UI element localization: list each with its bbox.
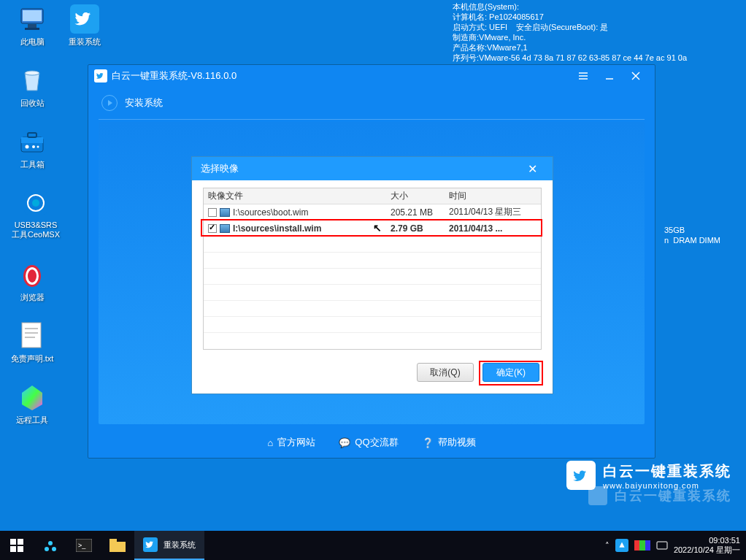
svg-rect-1: [23, 10, 42, 21]
icon-label: 浏览器: [9, 292, 55, 303]
clock-time: 09:03:51: [674, 536, 740, 545]
clock-date: 2022/10/24 星期一: [674, 545, 740, 555]
svg-rect-2: [28, 24, 36, 28]
cancel-button[interactable]: 取消(Q): [417, 363, 474, 382]
dialog-close-button[interactable]: ✕: [520, 157, 544, 180]
file-icon: [220, 208, 230, 217]
desktop-icon-browser[interactable]: 浏览器: [9, 260, 55, 303]
desktop-icon-usb3[interactable]: USB3&SRS 工具CeoMSX: [9, 188, 63, 240]
footer-help-link[interactable]: ❔ 帮助视频: [422, 436, 476, 449]
svg-point-10: [32, 145, 35, 148]
desktop-icon-reinstall[interactable]: 重装系统: [61, 4, 108, 47]
file-time: 2011/04/13 星期三: [449, 206, 541, 218]
svg-rect-45: [639, 540, 645, 551]
system-info-text: 本机信息(System): 计算机名: Pe1024085617 启动方式: U…: [453, 1, 687, 63]
usb3-icon: [21, 188, 50, 218]
remote-icon: [18, 383, 47, 412]
window-title: 白云一键重装系统-V8.116.0.0: [112, 69, 237, 83]
svg-point-9: [26, 145, 29, 149]
icon-label: 回收站: [9, 98, 55, 109]
taskbar: >_ 重装系统 ˄ 09:03:51 2022/10/24 星期一: [0, 531, 746, 560]
desktop-icon-remote[interactable]: 远程工具: [9, 383, 55, 426]
svg-rect-31: [10, 539, 16, 545]
ok-button[interactable]: 确定(K): [482, 363, 539, 382]
brand-ghost-text: 白云一键重装系统: [615, 487, 731, 505]
checkbox[interactable]: [208, 208, 217, 217]
brand-ghost: 白云一键重装系统: [588, 486, 731, 505]
header-time[interactable]: 时间: [449, 190, 541, 202]
checkbox[interactable]: [208, 224, 217, 233]
svg-rect-7: [21, 137, 43, 143]
icon-label: USB3&SRS 工具CeoMSX: [9, 220, 63, 240]
tray-app-icon[interactable]: [615, 539, 628, 552]
empty-row: [204, 301, 541, 317]
svg-rect-44: [634, 540, 639, 551]
file-path: I:\sources\install.wim: [233, 223, 321, 234]
svg-text:>_: >_: [78, 542, 86, 549]
footer-link-label: 帮助视频: [438, 436, 476, 449]
footer-qq-link[interactable]: 💬 QQ交流群: [339, 436, 398, 449]
browser-icon: [18, 260, 47, 289]
txt-icon: [18, 321, 47, 350]
icon-label: 重装系统: [61, 37, 108, 47]
brand-watermark: 白云一键重装系统 www.baiyunxitong.com: [566, 461, 731, 490]
dialog-titlebar[interactable]: 选择映像 ✕: [192, 157, 553, 180]
close-button[interactable]: [623, 67, 649, 85]
menu-button[interactable]: [570, 67, 596, 85]
empty-row: [204, 269, 541, 285]
minimize-button[interactable]: [596, 67, 623, 85]
svg-rect-30: [588, 486, 607, 505]
tray-lang-icon[interactable]: [634, 540, 650, 551]
taskbar-clock[interactable]: 09:03:51 2022/10/24 星期一: [674, 536, 740, 555]
icon-label: 免责声明.txt: [9, 353, 55, 364]
empty-row: [204, 237, 541, 253]
play-circle-icon: [101, 95, 118, 111]
svg-point-37: [52, 547, 56, 551]
tray-up-icon[interactable]: ˄: [605, 541, 610, 551]
desktop-icon-recycle[interactable]: 回收站: [9, 66, 55, 109]
svg-rect-32: [18, 539, 23, 545]
subheader: 安装系统: [88, 87, 655, 119]
dialog-body: 映像文件 大小 时间 I:\sources\boot.wim 205.21 MB…: [192, 180, 553, 353]
taskbar-running-app[interactable]: 重装系统: [134, 531, 204, 560]
svg-point-17: [28, 269, 36, 283]
svg-point-35: [45, 547, 49, 551]
brand-icon: [566, 461, 596, 490]
file-icon: [220, 224, 230, 233]
dialog-title-text: 选择映像: [201, 162, 239, 175]
table-row[interactable]: I:\sources\install.wim 2.79 GB 2011/04/1…: [204, 220, 541, 237]
footer-link-label: QQ交流群: [355, 436, 398, 449]
titlebar[interactable]: 白云一键重装系统-V8.116.0.0: [88, 65, 655, 87]
app-logo-icon: [94, 69, 107, 83]
divider: [99, 119, 645, 120]
desktop-icon-toolbox[interactable]: 工具箱: [9, 127, 55, 170]
tray-keyboard-icon[interactable]: [656, 540, 668, 551]
taskbar-app-label: 重装系统: [164, 540, 196, 551]
desktop-icon-this-pc[interactable]: 此电脑: [9, 4, 55, 47]
icon-label: 此电脑: [9, 37, 55, 47]
header-file[interactable]: 映像文件: [204, 190, 391, 202]
brand-ghost-icon: [588, 486, 607, 505]
header-size[interactable]: 大小: [391, 190, 449, 202]
select-image-dialog: 选择映像 ✕ 映像文件 大小 时间 I:\sources\boot.wim 20…: [191, 156, 553, 394]
subheader-title: 安装系统: [125, 96, 163, 110]
taskbar-terminal-icon[interactable]: >_: [67, 531, 101, 560]
svg-point-11: [37, 146, 39, 148]
table-row[interactable]: I:\sources\boot.wim 205.21 MB 2011/04/13…: [204, 204, 541, 220]
svg-point-36: [48, 541, 53, 545]
icon-label: 远程工具: [9, 415, 55, 426]
taskbar-explorer-icon[interactable]: [101, 531, 134, 560]
empty-row: [204, 285, 541, 301]
pc-icon: [18, 4, 47, 34]
empty-row: [204, 253, 541, 269]
svg-rect-40: [109, 542, 126, 552]
footer-website-link[interactable]: ⌂ 官方网站: [267, 436, 315, 449]
brand-name: 白云一键重装系统: [603, 461, 731, 481]
taskbar-manager-icon[interactable]: [34, 531, 67, 560]
table-header: 映像文件 大小 时间: [204, 188, 541, 204]
svg-rect-47: [657, 542, 667, 549]
dialog-buttons: 取消(Q) 确定(K): [192, 353, 553, 394]
desktop-icon-disclaimer[interactable]: 免责声明.txt: [9, 321, 55, 364]
start-button[interactable]: [0, 531, 34, 560]
svg-point-5: [25, 71, 39, 75]
